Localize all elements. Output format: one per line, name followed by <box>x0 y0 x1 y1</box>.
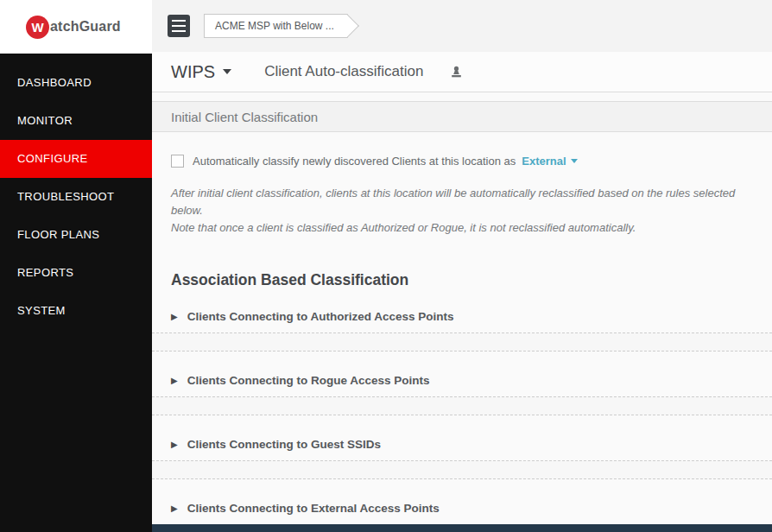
rule-label: Clients Connecting to Guest SSIDs <box>187 438 381 451</box>
watchguard-logo: W atchGuard <box>26 16 121 39</box>
rule-label: Clients Connecting to External Access Po… <box>187 502 440 515</box>
rule-guest-ssids: ▶ Clients Connecting to Guest SSIDs <box>152 438 772 479</box>
association-classification-heading: Association Based Classification <box>171 271 772 289</box>
auto-classify-row: Automatically classify newly discovered … <box>171 155 772 168</box>
auto-classify-checkbox[interactable] <box>171 155 184 168</box>
page-header: WIPS Client Auto-classification <box>152 52 772 92</box>
hamburger-icon <box>172 30 186 32</box>
location-breadcrumb[interactable]: ACME MSP with Below ... <box>204 14 348 38</box>
sidebar-item-floor-plans[interactable]: FLOOR PLANS <box>0 216 152 254</box>
chevron-down-icon <box>571 159 578 163</box>
classification-dropdown-value: External <box>522 155 566 168</box>
sidebar-item-troubleshoot[interactable]: TROUBLESHOOT <box>0 178 152 216</box>
watchguard-logo-mark: W <box>26 16 49 39</box>
rule-header-rogue-aps[interactable]: ▶ Clients Connecting to Rogue Access Poi… <box>152 374 772 396</box>
sidebar-item-configure[interactable]: CONFIGURE <box>0 140 152 178</box>
rule-collapsed-body <box>152 396 772 415</box>
main-content: ACME MSP with Below ... WIPS Client Auto… <box>152 0 772 532</box>
rule-header-external-aps[interactable]: ▶ Clients Connecting to External Access … <box>152 502 772 524</box>
rule-label: Clients Connecting to Rogue Access Point… <box>187 374 430 387</box>
auto-classify-label: Automatically classify newly discovered … <box>193 155 516 168</box>
triangle-right-icon: ▶ <box>171 313 178 321</box>
hamburger-icon <box>172 20 186 22</box>
wips-module-label: WIPS <box>171 62 215 82</box>
sidebar-nav: DASHBOARD MONITOR CONFIGURE TROUBLESHOOT… <box>0 54 152 330</box>
triangle-right-icon: ▶ <box>171 504 178 513</box>
sidebar: W atchGuard DASHBOARD MONITOR CONFIGURE … <box>0 0 152 532</box>
hamburger-icon <box>172 25 186 27</box>
classification-note-line-2: Note that once a client is classified as… <box>171 219 743 237</box>
footer-bar <box>152 524 772 532</box>
sidebar-item-system[interactable]: SYSTEM <box>0 292 152 330</box>
stamp-icon <box>449 66 464 79</box>
sidebar-item-reports[interactable]: REPORTS <box>0 254 152 292</box>
classification-rules-list: ▶ Clients Connecting to Authorized Acces… <box>152 310 772 532</box>
triangle-right-icon: ▶ <box>171 440 178 449</box>
logo-area: W atchGuard <box>0 0 152 54</box>
classification-dropdown[interactable]: External <box>522 155 577 168</box>
page-title: Client Auto-classification <box>264 63 423 80</box>
watchguard-logo-text: atchGuard <box>50 19 121 35</box>
topbar: ACME MSP with Below ... <box>152 0 772 52</box>
menu-button[interactable] <box>168 15 190 37</box>
rule-label: Clients Connecting to Authorized Access … <box>187 310 454 323</box>
rule-collapsed-body <box>152 460 772 479</box>
initial-classification-section-title: Initial Client Classification <box>152 101 772 132</box>
classification-note: After initial client classification, cli… <box>171 185 743 237</box>
classification-note-line-1: After initial client classification, cli… <box>171 185 743 219</box>
chevron-down-icon <box>223 69 231 74</box>
rule-header-guest-ssids[interactable]: ▶ Clients Connecting to Guest SSIDs <box>152 438 772 460</box>
rule-header-authorized-aps[interactable]: ▶ Clients Connecting to Authorized Acces… <box>152 310 772 332</box>
sidebar-item-dashboard[interactable]: DASHBOARD <box>0 64 152 102</box>
wips-module-menu[interactable]: WIPS <box>171 62 231 82</box>
rule-authorized-aps: ▶ Clients Connecting to Authorized Acces… <box>152 310 772 352</box>
app-window: W atchGuard DASHBOARD MONITOR CONFIGURE … <box>0 0 772 532</box>
triangle-right-icon: ▶ <box>171 377 178 385</box>
sidebar-item-monitor[interactable]: MONITOR <box>0 102 152 140</box>
rule-rogue-aps: ▶ Clients Connecting to Rogue Access Poi… <box>152 374 772 415</box>
rule-collapsed-body <box>152 332 772 352</box>
